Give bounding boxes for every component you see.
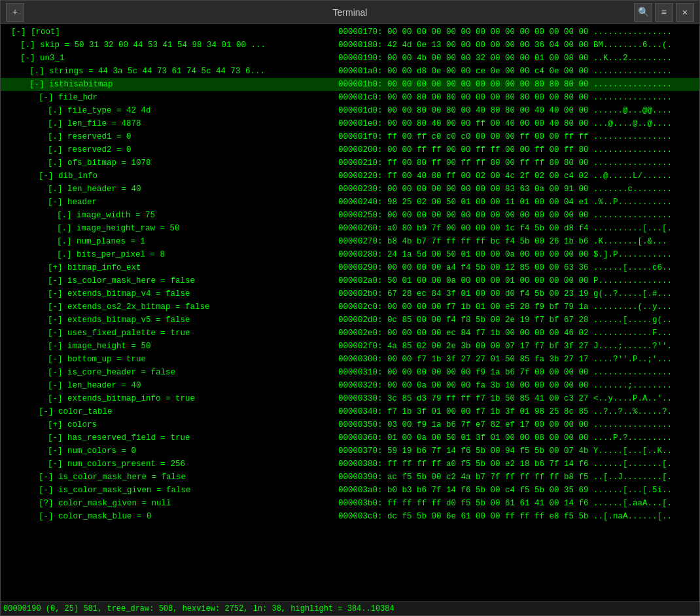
table-row[interactable]: [.] image_height_raw = 5000000260: a0 80… [1,222,699,235]
table-row[interactable]: [+] bitmap_info_ext00000290: 00 00 00 00… [1,261,699,274]
tree-label: [.] file_type = 42 4d [2,106,336,115]
tree-label: [+] colors [2,420,336,429]
ascii-view: ......[.......[. [591,460,698,469]
table-row[interactable]: [.] reserved1 = 0000001f0: ff 00 ff c0 c… [1,130,699,143]
terminal-window: + Terminal 🔍 ≡ ✕ [-] [root]00000170: 00 … [0,0,700,616]
ascii-view: .K.......[.&... [591,237,698,246]
hex-address-and-data: 000002d0: 0c 85 00 00 f4 f8 5b 00 2e 19 … [336,316,591,325]
table-row[interactable]: [-] file_hdr000001c0: 00 00 80 00 80 00 … [1,91,699,104]
table-row[interactable]: [.] len_header = 4000000230: 00 00 00 00… [1,183,699,196]
ascii-view: ....?''.P..;'... [591,355,698,364]
table-row[interactable]: [-] bottom_up = true00000300: 00 00 f7 1… [1,353,699,366]
add-tab-button[interactable]: + [6,3,24,22]
table-row[interactable]: [-] isthisabitmap000001b0: 00 00 00 00 0… [1,78,699,91]
table-row[interactable]: [.] strings = 44 3a 5c 44 73 61 74 5c 44… [1,65,699,78]
table-row[interactable]: [.] num_planes = 100000270: b8 4b b7 7f … [1,235,699,248]
tree-label: [-] isthisabitmap [2,80,336,89]
table-row[interactable]: [.] image_width = 7500000250: 00 00 00 0… [1,209,699,222]
tree-label: [-] is_color_mask_here = false [2,473,336,482]
ascii-view: .......;........ [591,381,698,390]
ascii-view: ......[.....c6.. [591,263,698,272]
table-row[interactable]: [-] color_mask_blue = 0000003c0: dc f5 5… [1,510,699,523]
hex-address-and-data: 000002e0: 00 00 00 00 ec 84 f7 1b 00 00 … [336,329,591,338]
ascii-view: ....P.?......... [591,433,698,443]
table-row[interactable]: [-] header00000240: 98 25 02 00 50 01 00… [1,196,699,209]
tree-label: [-] is_color_mask_here = false [2,276,336,285]
tree-label: [.] len_header = 40 [2,185,336,194]
table-row[interactable]: [-] dib_info00000220: ff 00 40 80 ff 00 … [1,170,699,183]
ascii-view: J....;......?''. [591,342,698,351]
hex-address-and-data: 00000300: 00 00 f7 1b 3f 27 27 01 50 85 … [336,355,591,364]
table-row[interactable]: [-] extends_bitmap_info = true00000330: … [1,392,699,405]
hex-address-and-data: 00000330: 3c 85 d3 79 ff ff f7 1b 50 85 … [336,394,591,403]
tree-label: [.] len_file = 4878 [2,119,336,128]
table-row[interactable]: [-] extends_os2_2x_bitmap = false000002c… [1,300,699,314]
terminal-area[interactable]: [-] [root]00000170: 00 00 00 00 00 00 00… [1,24,699,615]
search-icon: 🔍 [638,7,649,18]
menu-button[interactable]: ≡ [655,3,673,22]
table-row[interactable]: [.] file_type = 42 4d000001d0: 00 00 80 … [1,104,699,117]
table-row[interactable]: [-] is_core_header = false00000310: 00 0… [1,366,699,379]
statusbar-text: 00000190 (0, 25) 581, tree_draw: 508, he… [3,604,394,613]
table-row[interactable]: [.] bits_per_pixel = 800000280: 24 1a 5d… [1,248,699,261]
table-row[interactable]: [-] has_reserved_field = true00000360: 0… [1,431,699,444]
ascii-view: ..K...2......... [591,54,698,63]
table-row[interactable]: [-] is_color_mask_here = false000002a0: … [1,274,699,287]
table-row[interactable]: [.] len_file = 4878000001e0: 00 00 80 40… [1,117,699,130]
ascii-view: ................ [591,80,698,89]
hex-address-and-data: 000002f0: 4a 85 02 00 2e 3b 00 00 07 17 … [336,342,591,351]
table-row[interactable]: [-] [root]00000170: 00 00 00 00 00 00 00… [1,26,699,39]
table-row[interactable]: [-] color_table00000340: f7 1b 3f 01 00 … [1,405,699,418]
hex-address-and-data: 000002b0: 67 28 ec 84 3f 01 00 00 d0 f4 … [336,289,591,299]
titlebar-right: 🔍 ≡ ✕ [634,3,694,22]
hex-address-and-data: 000002c0: 00 00 00 00 f7 1b 01 00 e5 28 … [336,302,591,312]
tree-label: [-] color_mask_blue = 0 [2,512,336,521]
hex-address-and-data: 00000390: ac f5 5b 00 c2 4a b7 7f ff ff … [336,473,591,482]
table-row[interactable]: [-] is_color_mask_given = false000003a0:… [1,484,699,497]
hex-address-and-data: 000001d0: 00 00 80 00 80 00 40 80 80 00 … [336,106,591,115]
terminal-content: [-] [root]00000170: 00 00 00 00 00 00 00… [1,24,699,615]
table-row[interactable]: [.] reserved2 = 000000200: 00 00 ff ff 0… [1,143,699,156]
tree-label: [-] uses_fixed_palette = true [2,329,336,338]
table-row[interactable]: [+] colors00000350: 03 00 f9 1a b6 7f e7… [1,418,699,431]
table-row[interactable]: [.] skip = 50 31 32 00 44 53 41 54 98 34… [1,39,699,52]
table-row[interactable]: [-] extends_bitmap_v5 = false000002d0: 0… [1,314,699,327]
tree-label: [.] bits_per_pixel = 8 [2,250,336,259]
table-row[interactable]: [-] num_colors = 000000370: 59 19 b6 7f … [1,444,699,458]
table-row[interactable]: [-] un3_100000190: 00 00 4b 00 00 00 32 … [1,52,699,65]
ascii-view: ............F... [591,329,698,338]
ascii-view: ................ [591,93,698,102]
tree-label: [-] extends_bitmap_info = true [2,394,336,403]
hex-address-and-data: 000001e0: 00 00 80 40 00 00 ff 00 40 00 … [336,119,591,128]
ascii-view: .........(..y... [591,302,698,312]
table-row[interactable]: [-] num_colors_present = 25600000380: ff… [1,458,699,471]
close-icon: ✕ [682,7,688,18]
hex-address-and-data: 00000260: a0 80 b9 7f 00 00 00 00 1c f4 … [336,224,591,233]
search-button[interactable]: 🔍 [634,3,652,22]
ascii-view: ...@....@..@.... [591,119,698,128]
tree-label: [-] file_hdr [2,93,336,102]
ascii-view: P............... [591,276,698,285]
ascii-view: ......@...@@.... [591,106,698,115]
tree-label: [-] dib_info [2,172,336,181]
titlebar-left: + [6,3,24,22]
tree-label: [-] [root] [2,27,336,37]
table-row[interactable]: [-] image_height = 50000002f0: 4a 85 02 … [1,340,699,353]
table-row[interactable]: [.] ofs_bitmap = 107800000210: ff 00 80 … [1,156,699,170]
table-row[interactable]: [?] color_mask_given = null000003b0: ff … [1,497,699,510]
tree-label: [.] reserved2 = 0 [2,145,336,154]
tree-label: [-] color_table [2,407,336,416]
tree-label: [?] color_mask_given = null [2,499,336,508]
table-row[interactable]: [-] is_color_mask_here = false00000390: … [1,471,699,484]
table-row[interactable]: [-] extends_bitmap_v4 = false000002b0: 6… [1,287,699,300]
table-row[interactable]: [-] len_header = 4000000320: 00 00 0a 00… [1,379,699,392]
ascii-view: .%..P........... [591,198,698,207]
hex-address-and-data: 00000270: b8 4b b7 7f ff ff ff bc f4 5b … [336,237,591,246]
ascii-view: ..@.....L/...... [591,172,698,181]
table-row[interactable]: [-] uses_fixed_palette = true000002e0: 0… [1,327,699,340]
hex-address-and-data: 00000170: 00 00 00 00 00 00 00 00 00 00 … [336,27,591,37]
ascii-view: ................ [591,67,698,76]
titlebar: + Terminal 🔍 ≡ ✕ [1,1,699,24]
ascii-view: ......[.....g(.. [591,316,698,325]
close-button[interactable]: ✕ [676,3,694,22]
